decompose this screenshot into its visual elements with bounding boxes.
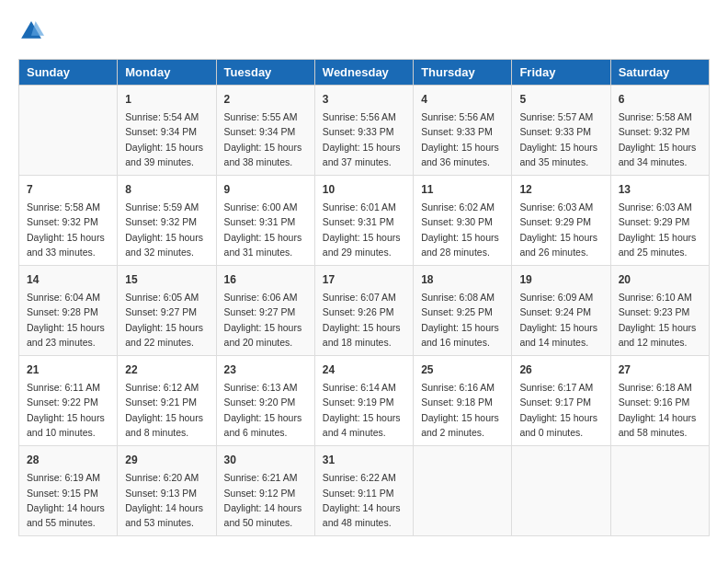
day-number: 22 (125, 362, 208, 378)
calendar-cell: 8Sunrise: 5:59 AMSunset: 9:32 PMDaylight… (118, 176, 216, 266)
calendar-cell: 17Sunrise: 6:07 AMSunset: 9:26 PMDayligh… (314, 266, 413, 356)
day-number: 8 (125, 181, 208, 198)
day-number: 3 (323, 91, 405, 108)
day-info: Sunrise: 6:18 AMSunset: 9:16 PMDaylight:… (619, 380, 701, 440)
column-header-sunday: Sunday (19, 60, 118, 86)
day-info: Sunrise: 6:17 AMSunset: 9:17 PMDaylight:… (519, 380, 602, 440)
day-info: Sunrise: 6:01 AMSunset: 9:31 PMDaylight:… (323, 200, 405, 259)
day-info: Sunrise: 5:55 AMSunset: 9:34 PMDaylight:… (224, 109, 307, 169)
calendar-cell (19, 86, 118, 176)
day-number: 5 (519, 91, 602, 108)
day-number: 25 (421, 362, 504, 378)
day-number: 9 (224, 181, 307, 198)
day-info: Sunrise: 6:16 AMSunset: 9:18 PMDaylight:… (421, 380, 504, 440)
day-info: Sunrise: 6:21 AMSunset: 9:12 PMDaylight:… (224, 470, 307, 530)
calendar-cell: 1Sunrise: 5:54 AMSunset: 9:34 PMDaylight… (118, 86, 216, 176)
calendar-week-row: 14Sunrise: 6:04 AMSunset: 9:28 PMDayligh… (19, 266, 710, 356)
day-info: Sunrise: 6:00 AMSunset: 9:31 PMDaylight:… (224, 200, 307, 259)
calendar-cell: 18Sunrise: 6:08 AMSunset: 9:25 PMDayligh… (414, 266, 512, 356)
day-number: 19 (519, 271, 602, 288)
calendar-cell: 31Sunrise: 6:22 AMSunset: 9:11 PMDayligh… (314, 446, 413, 536)
day-info: Sunrise: 6:11 AMSunset: 9:22 PMDaylight:… (27, 380, 109, 440)
day-number: 29 (125, 452, 208, 468)
day-number: 21 (27, 362, 109, 378)
column-header-monday: Monday (118, 60, 216, 86)
day-info: Sunrise: 5:56 AMSunset: 9:33 PMDaylight:… (323, 109, 405, 169)
column-header-saturday: Saturday (610, 60, 709, 86)
calendar-cell: 15Sunrise: 6:05 AMSunset: 9:27 PMDayligh… (118, 266, 216, 356)
calendar-cell: 5Sunrise: 5:57 AMSunset: 9:33 PMDaylight… (512, 86, 610, 176)
calendar-cell (414, 446, 512, 536)
calendar-cell (512, 446, 610, 536)
day-number: 18 (421, 271, 504, 288)
calendar-table: SundayMondayTuesdayWednesdayThursdayFrid… (18, 59, 710, 536)
day-info: Sunrise: 6:07 AMSunset: 9:26 PMDaylight:… (323, 290, 405, 350)
day-info: Sunrise: 6:13 AMSunset: 9:20 PMDaylight:… (224, 380, 307, 440)
day-info: Sunrise: 6:14 AMSunset: 9:19 PMDaylight:… (323, 380, 405, 440)
day-info: Sunrise: 6:12 AMSunset: 9:21 PMDaylight:… (125, 380, 208, 440)
logo (18, 18, 48, 44)
day-info: Sunrise: 5:57 AMSunset: 9:33 PMDaylight:… (519, 109, 602, 169)
day-number: 31 (323, 452, 405, 468)
calendar-cell: 26Sunrise: 6:17 AMSunset: 9:17 PMDayligh… (512, 356, 610, 446)
calendar-cell: 22Sunrise: 6:12 AMSunset: 9:21 PMDayligh… (118, 356, 216, 446)
day-info: Sunrise: 6:22 AMSunset: 9:11 PMDaylight:… (323, 470, 405, 530)
day-number: 30 (224, 452, 307, 468)
day-info: Sunrise: 6:03 AMSunset: 9:29 PMDaylight:… (519, 200, 602, 259)
day-number: 26 (519, 362, 602, 378)
day-number: 1 (125, 91, 208, 108)
calendar-cell: 23Sunrise: 6:13 AMSunset: 9:20 PMDayligh… (216, 356, 314, 446)
day-info: Sunrise: 6:03 AMSunset: 9:29 PMDaylight:… (619, 200, 701, 259)
calendar-cell: 12Sunrise: 6:03 AMSunset: 9:29 PMDayligh… (512, 176, 610, 266)
header (18, 18, 710, 44)
day-number: 27 (619, 362, 701, 378)
column-header-wednesday: Wednesday (314, 60, 413, 86)
calendar-cell: 9Sunrise: 6:00 AMSunset: 9:31 PMDaylight… (216, 176, 314, 266)
calendar-cell: 25Sunrise: 6:16 AMSunset: 9:18 PMDayligh… (414, 356, 512, 446)
calendar-week-row: 28Sunrise: 6:19 AMSunset: 9:15 PMDayligh… (19, 446, 710, 536)
calendar-cell: 24Sunrise: 6:14 AMSunset: 9:19 PMDayligh… (314, 356, 413, 446)
day-info: Sunrise: 6:06 AMSunset: 9:27 PMDaylight:… (224, 290, 307, 350)
calendar-cell: 2Sunrise: 5:55 AMSunset: 9:34 PMDaylight… (216, 86, 314, 176)
day-number: 15 (125, 271, 208, 288)
calendar-cell: 4Sunrise: 5:56 AMSunset: 9:33 PMDaylight… (414, 86, 512, 176)
calendar-cell: 19Sunrise: 6:09 AMSunset: 9:24 PMDayligh… (512, 266, 610, 356)
column-header-tuesday: Tuesday (216, 60, 314, 86)
day-info: Sunrise: 6:19 AMSunset: 9:15 PMDaylight:… (27, 470, 109, 530)
day-info: Sunrise: 6:04 AMSunset: 9:28 PMDaylight:… (27, 290, 109, 350)
day-info: Sunrise: 5:59 AMSunset: 9:32 PMDaylight:… (125, 200, 208, 259)
calendar-cell: 27Sunrise: 6:18 AMSunset: 9:16 PMDayligh… (610, 356, 709, 446)
day-number: 2 (224, 91, 307, 108)
day-info: Sunrise: 5:58 AMSunset: 9:32 PMDaylight:… (27, 200, 109, 259)
calendar-cell: 3Sunrise: 5:56 AMSunset: 9:33 PMDaylight… (314, 86, 413, 176)
calendar-week-row: 21Sunrise: 6:11 AMSunset: 9:22 PMDayligh… (19, 356, 710, 446)
day-number: 23 (224, 362, 307, 378)
column-header-thursday: Thursday (414, 60, 512, 86)
day-number: 6 (619, 91, 701, 108)
calendar-cell: 16Sunrise: 6:06 AMSunset: 9:27 PMDayligh… (216, 266, 314, 356)
day-number: 4 (421, 91, 504, 108)
day-number: 28 (27, 452, 109, 468)
calendar-week-row: 7Sunrise: 5:58 AMSunset: 9:32 PMDaylight… (19, 176, 710, 266)
day-number: 13 (619, 181, 701, 198)
day-number: 16 (224, 271, 307, 288)
calendar-cell: 13Sunrise: 6:03 AMSunset: 9:29 PMDayligh… (610, 176, 709, 266)
calendar-header-row: SundayMondayTuesdayWednesdayThursdayFrid… (19, 60, 710, 86)
day-info: Sunrise: 5:58 AMSunset: 9:32 PMDaylight:… (619, 109, 701, 169)
day-number: 14 (27, 271, 109, 288)
day-info: Sunrise: 5:56 AMSunset: 9:33 PMDaylight:… (421, 109, 504, 169)
calendar-cell (610, 446, 709, 536)
calendar-cell: 10Sunrise: 6:01 AMSunset: 9:31 PMDayligh… (314, 176, 413, 266)
day-number: 11 (421, 181, 504, 198)
day-number: 10 (323, 181, 405, 198)
calendar-cell: 6Sunrise: 5:58 AMSunset: 9:32 PMDaylight… (610, 86, 709, 176)
calendar-cell: 7Sunrise: 5:58 AMSunset: 9:32 PMDaylight… (19, 176, 118, 266)
calendar-cell: 29Sunrise: 6:20 AMSunset: 9:13 PMDayligh… (118, 446, 216, 536)
day-number: 17 (323, 271, 405, 288)
day-info: Sunrise: 6:05 AMSunset: 9:27 PMDaylight:… (125, 290, 208, 350)
day-info: Sunrise: 6:08 AMSunset: 9:25 PMDaylight:… (421, 290, 504, 350)
calendar-cell: 30Sunrise: 6:21 AMSunset: 9:12 PMDayligh… (216, 446, 314, 536)
calendar-week-row: 1Sunrise: 5:54 AMSunset: 9:34 PMDaylight… (19, 86, 710, 176)
calendar-cell: 20Sunrise: 6:10 AMSunset: 9:23 PMDayligh… (610, 266, 709, 356)
calendar-cell: 11Sunrise: 6:02 AMSunset: 9:30 PMDayligh… (414, 176, 512, 266)
